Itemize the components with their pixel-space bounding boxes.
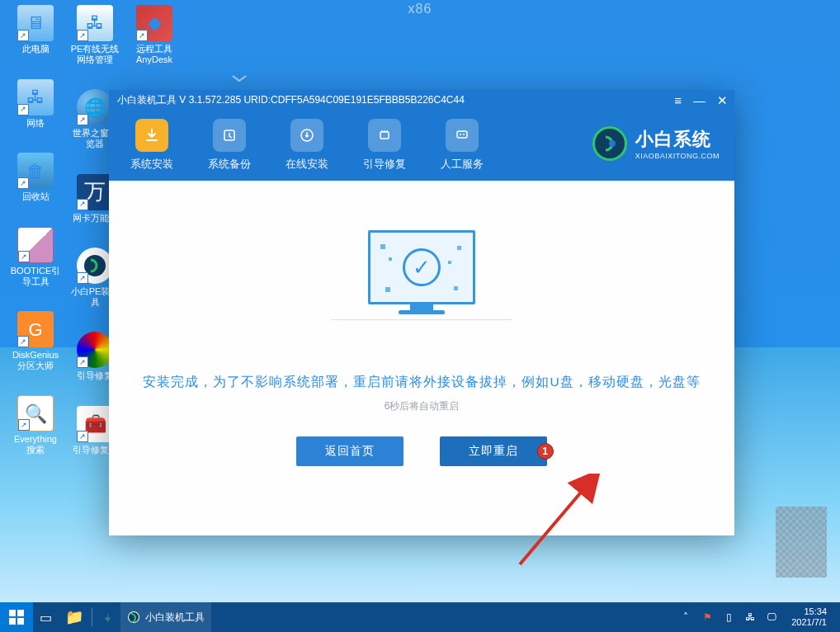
close-button[interactable]: ✕ <box>717 93 728 108</box>
xiaobai-tray-icon <box>127 611 140 624</box>
taskbar-app-xiaobai[interactable]: 小白装机工具 <box>120 602 211 632</box>
driver-glyph-icon: 万↗ <box>77 174 113 210</box>
tray-battery-icon[interactable]: ▯ <box>722 611 735 624</box>
bootice-icon[interactable]: ↗BOOTICE引导工具 <box>10 227 61 286</box>
arch-label: x86 <box>408 2 432 17</box>
trash-icon: 🗑↗ <box>17 153 54 189</box>
brand-block: 小白系统 XIAOBAIXITONG.COM <box>592 126 720 161</box>
svg-rect-3 <box>380 132 389 139</box>
success-graphic: ✓ <box>364 230 479 329</box>
diskgenius-glyph-icon: G↗ <box>17 311 54 347</box>
cloud-download-icon <box>290 119 323 152</box>
globe-icon: 🌐↗ <box>77 89 113 125</box>
tab-label: 引导修复 <box>363 157 406 172</box>
taskbar-explorer[interactable]: 📁 <box>59 602 90 632</box>
this-pc-icon[interactable]: 🖥↗此电脑 <box>10 5 61 54</box>
tab-bootfix[interactable]: 引导修复 <box>358 116 411 175</box>
magnifier-icon: 🔍↗ <box>17 395 54 432</box>
minimize-button[interactable]: — <box>693 93 706 108</box>
network-glyph-icon: 🖧↗ <box>17 79 54 116</box>
check-circle-icon: ✓ <box>403 248 441 286</box>
eraser-icon: ↗ <box>17 227 54 263</box>
watermark <box>776 507 827 578</box>
svg-point-6 <box>463 134 465 135</box>
brand-name: 小白系统 <box>635 127 720 152</box>
taskbar: ▭ 📁 ⏚ 小白装机工具 ˄ ⚑ ▯ 🖧 🖵 15:34 2021/7/1 <box>0 602 840 632</box>
menu-button[interactable]: ≡ <box>674 93 682 108</box>
back-home-button[interactable]: 返回首页 <box>296 436 403 466</box>
diskgenius-icon[interactable]: G↗DiskGenius分区大师 <box>10 311 61 370</box>
chevron-down-icon <box>231 74 248 83</box>
window-title: 小白装机工具 V 3.1.572.285 URID:CDFF5A594C09E1… <box>117 93 465 107</box>
desktop-label: Everything搜索 <box>10 434 61 455</box>
wifi-icon: ⏚ <box>101 611 114 624</box>
anydesk-icon[interactable]: ◆↗远程工具AnyDesk <box>129 5 180 64</box>
firstaid-icon: 🧰↗ <box>77 406 113 442</box>
brand-url: XIAOBAIXITONG.COM <box>635 152 720 160</box>
desktop-label: 网络 <box>26 118 45 129</box>
tab-label: 人工服务 <box>441 157 484 172</box>
taskbar-wifi[interactable]: ⏚ <box>94 602 120 632</box>
restart-label: 立即重启 <box>469 444 518 457</box>
desktop-label: PE有线无线网络管理 <box>69 44 120 64</box>
download-icon <box>135 119 168 152</box>
svg-rect-11 <box>9 618 16 625</box>
pe-network-icon[interactable]: 🖧↗PE有线无线网络管理 <box>69 5 120 64</box>
svg-point-5 <box>460 134 461 135</box>
brand-logo-icon <box>592 126 627 161</box>
desktop-label: 引导修复 <box>77 370 113 381</box>
desktop-label: 远程工具AnyDesk <box>129 44 180 64</box>
backup-icon <box>213 119 246 152</box>
clock-time: 15:34 <box>791 606 827 617</box>
window-body: ✓ 安装完成，为了不影响系统部署，重启前请将外接设备拔掉，例如U盘，移动硬盘，光… <box>109 181 734 535</box>
xiaobai-logo-icon: ↗ <box>77 248 113 284</box>
tray-flag-icon[interactable]: ⚑ <box>701 611 714 624</box>
tab-install[interactable]: 系统安装 <box>125 116 178 175</box>
chat-icon <box>446 119 479 152</box>
taskbar-app-label: 小白装机工具 <box>145 611 205 625</box>
repair-icon <box>368 119 401 152</box>
svg-point-7 <box>609 140 616 147</box>
taskbar-clock[interactable]: 15:34 2021/7/1 <box>786 606 832 628</box>
tray-monitor-icon[interactable]: 🖵 <box>765 611 778 624</box>
tab-label: 在线安装 <box>286 157 328 172</box>
desktop-label: 此电脑 <box>22 44 50 54</box>
tray-network-icon[interactable]: 🖧 <box>743 611 757 624</box>
recycle-bin-icon[interactable]: 🗑↗回收站 <box>10 153 61 202</box>
network-icon[interactable]: 🖧↗网络 <box>10 79 61 129</box>
taskview-icon: ▭ <box>40 610 52 625</box>
pinwheel-icon: ↗ <box>77 332 113 368</box>
monitor-icon: 🖥↗ <box>17 5 54 41</box>
restart-now-button[interactable]: 立即重启 1 <box>440 436 547 466</box>
tray-chevron-icon[interactable]: ˄ <box>679 611 692 624</box>
tab-support[interactable]: 人工服务 <box>436 116 488 175</box>
svg-rect-10 <box>17 610 24 616</box>
svg-rect-4 <box>457 131 467 138</box>
tab-online[interactable]: 在线安装 <box>281 116 333 175</box>
windows-icon <box>9 610 24 625</box>
tab-label: 系统安装 <box>130 157 173 172</box>
clock-date: 2021/7/1 <box>791 617 827 628</box>
anydesk-glyph-icon: ◆↗ <box>136 5 172 41</box>
folder-icon: 📁 <box>65 608 83 626</box>
countdown-message: 6秒后将自动重启 <box>385 399 460 413</box>
desktop-label: 回收站 <box>22 191 50 202</box>
annotation-badge: 1 <box>537 443 554 460</box>
tab-label: 系统备份 <box>208 157 251 172</box>
desktop-label: BOOTICE引导工具 <box>10 266 61 286</box>
taskbar-taskview[interactable]: ▭ <box>33 602 59 632</box>
window-header: 小白装机工具 V 3.1.572.285 URID:CDFF5A594C09E1… <box>109 90 734 181</box>
svg-rect-9 <box>9 610 16 616</box>
xiaobai-window: 小白装机工具 V 3.1.572.285 URID:CDFF5A594C09E1… <box>109 90 734 535</box>
everything-icon[interactable]: 🔍↗Everything搜索 <box>10 395 61 455</box>
svg-rect-12 <box>17 618 24 625</box>
tab-backup[interactable]: 系统备份 <box>203 116 256 175</box>
complete-message: 安装完成，为了不影响系统部署，重启前请将外接设备拔掉，例如U盘，移动硬盘，光盘等 <box>143 374 700 391</box>
lan-icon: 🖧↗ <box>77 5 113 41</box>
desktop-label: DiskGenius分区大师 <box>10 350 61 370</box>
start-button[interactable] <box>0 602 33 632</box>
